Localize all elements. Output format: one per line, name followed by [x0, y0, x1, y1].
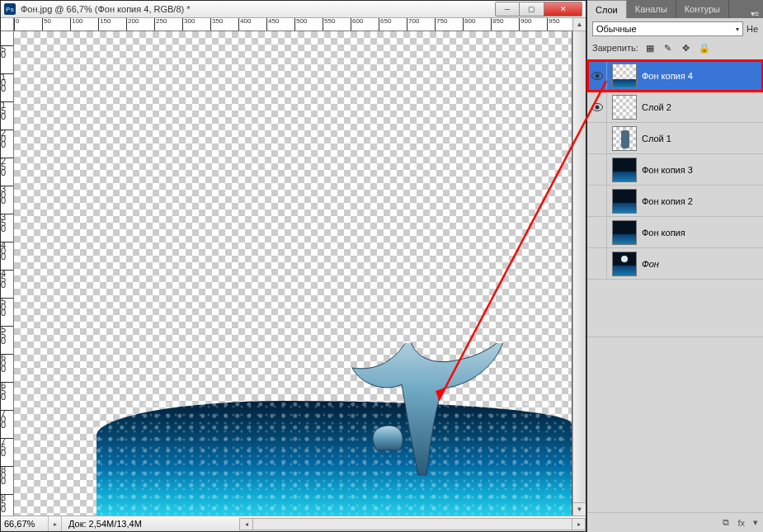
ruler-horizontal[interactable]: 0501001502002503003504004505005506006507…	[14, 18, 572, 31]
opacity-label: Не	[747, 24, 758, 34]
blend-mode-value: Обычные	[596, 24, 637, 34]
minimize-button[interactable]: ─	[495, 2, 520, 16]
document-window: Ps Фон.jpg @ 66,7% (Фон копия 4, RGB/8) …	[0, 0, 586, 532]
panel-tabs: Слои Каналы Контуры ▾≡	[587, 0, 763, 18]
close-button[interactable]: ✕	[544, 2, 582, 16]
layer-item[interactable]: Фон	[587, 248, 763, 280]
ruler-tick: 250	[1, 158, 14, 176]
app-icon: Ps	[4, 3, 16, 15]
panel-footer: ⧉ fx ▾	[587, 512, 763, 532]
tab-channels[interactable]: Каналы	[627, 0, 676, 18]
layer-name[interactable]: Фон	[642, 259, 763, 269]
layer-thumbnail[interactable]	[612, 158, 637, 182]
layer-item[interactable]: Фон копия 2	[587, 186, 763, 217]
lock-transparency-icon[interactable]: ▦	[643, 41, 657, 54]
layer-thumbnail[interactable]	[612, 64, 637, 88]
chevron-down-icon: ▾	[736, 26, 739, 33]
layer-thumbnail[interactable]	[612, 126, 637, 151]
layers-list: Фон копия 4Слой 2Слой 1Фон копия 3Фон ко…	[587, 60, 763, 280]
ruler-tick: 500	[294, 18, 307, 31]
link-layers-icon[interactable]: ⧉	[723, 517, 729, 528]
layer-name[interactable]: Фон копия	[642, 228, 763, 238]
ruler-tick: 350	[210, 18, 223, 31]
ruler-tick: 250	[154, 18, 167, 31]
ruler-tick: 700	[1, 410, 14, 428]
ruler-tick: 600	[1, 354, 14, 372]
blend-mode-select[interactable]: Обычные ▾	[592, 21, 743, 36]
ruler-tick: 900	[519, 18, 531, 31]
panel-menu-icon[interactable]: ▾≡	[747, 9, 763, 18]
ruler-tick: 50	[42, 18, 51, 31]
scrollbar-vertical[interactable]: ▲ ▼	[572, 18, 586, 516]
layer-thumbnail[interactable]	[612, 252, 637, 276]
ruler-tick: 850	[1, 494, 14, 512]
layer-visibility-toggle[interactable]	[587, 248, 607, 279]
svg-point-1	[595, 73, 599, 78]
ruler-tick: 800	[463, 18, 475, 31]
ruler-vertical[interactable]: 5010015020025030035040045050055060065070…	[1, 31, 14, 516]
canvas[interactable]	[14, 31, 572, 516]
layer-fx-icon[interactable]: fx	[737, 518, 745, 528]
document-content: 0501001502002503003504004505005506006507…	[1, 18, 586, 516]
layers-panel: Слои Каналы Контуры ▾≡ Обычные ▾ Не Закр…	[586, 0, 763, 532]
ruler-tick: 150	[1, 101, 14, 120]
ruler-tick: 400	[238, 18, 251, 31]
layer-item[interactable]: Фон копия 4	[587, 60, 763, 92]
layer-name[interactable]: Слой 2	[642, 102, 763, 112]
scroll-up-arrow[interactable]: ▲	[573, 18, 586, 31]
ruler-tick: 950	[547, 18, 559, 31]
layer-item[interactable]: Слой 2	[587, 92, 763, 123]
ruler-tick: 350	[1, 214, 14, 232]
statusbar: 66,67% ▸ Док: 2,54M/13,4M ◂ ▸	[1, 516, 586, 531]
layer-name[interactable]: Фон копия 2	[642, 196, 763, 206]
scrollbar-horizontal[interactable]: ◂ ▸	[239, 518, 586, 530]
ruler-tick: 300	[1, 186, 14, 204]
tab-paths[interactable]: Контуры	[676, 0, 729, 18]
ruler-tick: 550	[1, 326, 14, 344]
statusbar-menu-icon[interactable]: ▸	[49, 516, 62, 531]
titlebar[interactable]: Ps Фон.jpg @ 66,7% (Фон копия 4, RGB/8) …	[1, 1, 586, 18]
tab-layers[interactable]: Слои	[587, 0, 627, 18]
ruler-tick: 700	[407, 18, 419, 31]
svg-point-3	[595, 105, 599, 109]
eye-icon	[591, 103, 603, 111]
footer-chevron-icon[interactable]: ▾	[753, 517, 758, 528]
layer-name[interactable]: Фон копия 4	[642, 71, 763, 81]
layer-visibility-toggle[interactable]	[587, 123, 607, 153]
layer-visibility-toggle[interactable]	[587, 92, 607, 122]
ruler-tick: 850	[491, 18, 503, 31]
layer-name[interactable]: Слой 1	[642, 134, 763, 144]
ruler-tick: 750	[1, 438, 14, 456]
doc-info[interactable]: Док: 2,54M/13,4M	[62, 519, 239, 529]
ruler-tick: 200	[1, 129, 14, 148]
canvas-viewport[interactable]	[14, 31, 572, 516]
lock-all-icon[interactable]: 🔒	[698, 41, 711, 54]
ruler-tick: 600	[351, 18, 363, 31]
layers-empty-area[interactable]	[587, 280, 763, 337]
layer-visibility-toggle[interactable]	[587, 154, 607, 185]
layer-item[interactable]: Фон копия	[587, 217, 763, 248]
layer-visibility-toggle[interactable]	[587, 217, 607, 247]
layer-thumbnail[interactable]	[612, 95, 637, 120]
ruler-tick: 400	[1, 242, 14, 260]
ruler-tick: 650	[379, 18, 391, 31]
lock-label: Закрепить:	[592, 43, 638, 53]
artwork	[14, 343, 572, 516]
ruler-tick: 50	[1, 45, 14, 58]
layer-item[interactable]: Фон копия 3	[587, 154, 763, 186]
maximize-button[interactable]: ▢	[520, 2, 544, 16]
scroll-left-arrow[interactable]: ◂	[240, 519, 253, 530]
lock-position-icon[interactable]: ✥	[680, 41, 693, 54]
ruler-tick: 650	[1, 382, 14, 400]
lock-pixels-icon[interactable]: ✎	[662, 41, 675, 54]
scroll-right-arrow[interactable]: ▸	[572, 519, 585, 530]
layer-item[interactable]: Слой 1	[587, 123, 763, 154]
scroll-down-arrow[interactable]: ▼	[573, 502, 586, 516]
layer-name[interactable]: Фон копия 3	[642, 165, 763, 175]
ruler-tick: 100	[70, 18, 82, 31]
layer-thumbnail[interactable]	[612, 189, 637, 214]
layer-visibility-toggle[interactable]	[587, 60, 607, 91]
layer-thumbnail[interactable]	[612, 220, 637, 245]
layer-visibility-toggle[interactable]	[587, 186, 607, 216]
zoom-readout[interactable]: 66,67%	[1, 516, 49, 531]
